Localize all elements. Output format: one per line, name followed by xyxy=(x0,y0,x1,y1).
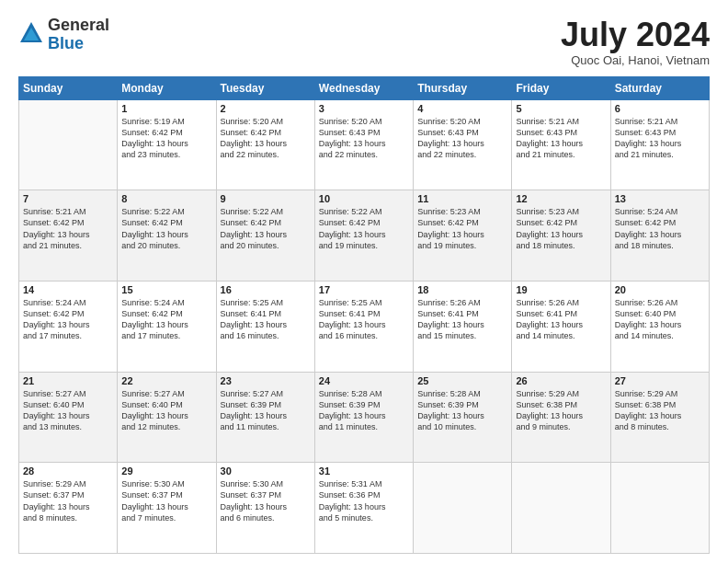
day-info: Sunrise: 5:29 AMSunset: 6:37 PMDaylight:… xyxy=(23,478,113,523)
day-info: Sunrise: 5:26 AMSunset: 6:40 PMDaylight:… xyxy=(615,297,705,342)
day-info: Sunrise: 5:30 AMSunset: 6:37 PMDaylight:… xyxy=(221,478,311,523)
day-number: 24 xyxy=(319,375,409,386)
page: General Blue July 2024 Quoc Oai, Hanoi, … xyxy=(0,0,728,563)
table-row: 13Sunrise: 5:24 AMSunset: 6:42 PMDayligh… xyxy=(610,190,709,282)
col-saturday: Saturday xyxy=(610,76,709,99)
col-tuesday: Tuesday xyxy=(216,76,314,99)
col-sunday: Sunday xyxy=(19,76,118,99)
day-info: Sunrise: 5:26 AMSunset: 6:41 PMDaylight:… xyxy=(516,297,606,342)
table-row: 10Sunrise: 5:22 AMSunset: 6:42 PMDayligh… xyxy=(314,190,413,282)
day-number: 4 xyxy=(417,103,507,114)
calendar-table: Sunday Monday Tuesday Wednesday Thursday… xyxy=(18,76,710,554)
table-row: 19Sunrise: 5:26 AMSunset: 6:41 PMDayligh… xyxy=(512,281,610,372)
calendar-row: 7Sunrise: 5:21 AMSunset: 6:42 PMDaylight… xyxy=(19,190,710,282)
day-info: Sunrise: 5:27 AMSunset: 6:39 PMDaylight:… xyxy=(221,388,311,433)
day-info: Sunrise: 5:25 AMSunset: 6:41 PMDaylight:… xyxy=(221,297,311,342)
table-row: 12Sunrise: 5:23 AMSunset: 6:42 PMDayligh… xyxy=(512,190,610,282)
calendar-row: 21Sunrise: 5:27 AMSunset: 6:40 PMDayligh… xyxy=(19,372,710,463)
day-info: Sunrise: 5:30 AMSunset: 6:37 PMDaylight:… xyxy=(121,478,211,523)
table-row xyxy=(19,99,118,190)
col-thursday: Thursday xyxy=(414,76,512,99)
day-info: Sunrise: 5:20 AMSunset: 6:42 PMDaylight:… xyxy=(221,116,311,161)
day-number: 18 xyxy=(417,284,507,295)
day-number: 26 xyxy=(516,375,606,386)
day-info: Sunrise: 5:26 AMSunset: 6:41 PMDaylight:… xyxy=(417,297,507,342)
day-info: Sunrise: 5:27 AMSunset: 6:40 PMDaylight:… xyxy=(121,388,211,433)
table-row: 3Sunrise: 5:20 AMSunset: 6:43 PMDaylight… xyxy=(314,99,413,190)
day-number: 20 xyxy=(615,284,705,295)
table-row: 27Sunrise: 5:29 AMSunset: 6:38 PMDayligh… xyxy=(610,372,709,463)
table-row: 6Sunrise: 5:21 AMSunset: 6:43 PMDaylight… xyxy=(610,99,709,190)
day-number: 14 xyxy=(23,284,113,295)
day-number: 13 xyxy=(615,193,705,204)
day-info: Sunrise: 5:21 AMSunset: 6:42 PMDaylight:… xyxy=(23,206,113,251)
table-row: 24Sunrise: 5:28 AMSunset: 6:39 PMDayligh… xyxy=(314,372,413,463)
table-row xyxy=(414,463,512,554)
day-info: Sunrise: 5:19 AMSunset: 6:42 PMDaylight:… xyxy=(121,116,211,161)
table-row: 31Sunrise: 5:31 AMSunset: 6:36 PMDayligh… xyxy=(314,463,413,554)
logo-icon xyxy=(18,20,44,46)
day-info: Sunrise: 5:29 AMSunset: 6:38 PMDaylight:… xyxy=(615,388,705,433)
day-number: 29 xyxy=(121,465,211,477)
day-number: 10 xyxy=(319,193,409,204)
day-info: Sunrise: 5:20 AMSunset: 6:43 PMDaylight:… xyxy=(319,116,409,161)
day-number: 17 xyxy=(319,284,409,295)
table-row: 9Sunrise: 5:22 AMSunset: 6:42 PMDaylight… xyxy=(216,190,314,282)
logo-blue-label: Blue xyxy=(48,35,109,53)
table-row: 4Sunrise: 5:20 AMSunset: 6:43 PMDaylight… xyxy=(414,99,512,190)
month-title: July 2024 xyxy=(561,17,710,53)
table-row: 30Sunrise: 5:30 AMSunset: 6:37 PMDayligh… xyxy=(216,463,314,554)
table-row: 25Sunrise: 5:28 AMSunset: 6:39 PMDayligh… xyxy=(414,372,512,463)
location-subtitle: Quoc Oai, Hanoi, Vietnam xyxy=(561,53,710,67)
table-row: 5Sunrise: 5:21 AMSunset: 6:43 PMDaylight… xyxy=(512,99,610,190)
day-info: Sunrise: 5:21 AMSunset: 6:43 PMDaylight:… xyxy=(615,116,705,161)
logo-text: General Blue xyxy=(48,17,109,53)
table-row: 1Sunrise: 5:19 AMSunset: 6:42 PMDaylight… xyxy=(118,99,216,190)
col-wednesday: Wednesday xyxy=(314,76,413,99)
table-row xyxy=(610,463,709,554)
day-number: 22 xyxy=(121,375,211,386)
day-number: 21 xyxy=(23,375,113,386)
day-info: Sunrise: 5:24 AMSunset: 6:42 PMDaylight:… xyxy=(121,297,211,342)
day-number: 3 xyxy=(319,103,409,114)
table-row: 7Sunrise: 5:21 AMSunset: 6:42 PMDaylight… xyxy=(19,190,118,282)
day-info: Sunrise: 5:27 AMSunset: 6:40 PMDaylight:… xyxy=(23,388,113,433)
day-number: 5 xyxy=(516,103,606,114)
day-info: Sunrise: 5:22 AMSunset: 6:42 PMDaylight:… xyxy=(319,206,409,251)
table-row: 17Sunrise: 5:25 AMSunset: 6:41 PMDayligh… xyxy=(314,281,413,372)
calendar-row: 14Sunrise: 5:24 AMSunset: 6:42 PMDayligh… xyxy=(19,281,710,372)
table-row: 11Sunrise: 5:23 AMSunset: 6:42 PMDayligh… xyxy=(414,190,512,282)
table-row: 29Sunrise: 5:30 AMSunset: 6:37 PMDayligh… xyxy=(118,463,216,554)
table-row: 28Sunrise: 5:29 AMSunset: 6:37 PMDayligh… xyxy=(19,463,118,554)
day-number: 8 xyxy=(121,193,211,204)
day-info: Sunrise: 5:28 AMSunset: 6:39 PMDaylight:… xyxy=(417,388,507,433)
day-number: 27 xyxy=(615,375,705,386)
day-info: Sunrise: 5:29 AMSunset: 6:38 PMDaylight:… xyxy=(516,388,606,433)
day-info: Sunrise: 5:28 AMSunset: 6:39 PMDaylight:… xyxy=(319,388,409,433)
col-monday: Monday xyxy=(118,76,216,99)
table-row: 26Sunrise: 5:29 AMSunset: 6:38 PMDayligh… xyxy=(512,372,610,463)
day-number: 16 xyxy=(221,284,311,295)
day-info: Sunrise: 5:22 AMSunset: 6:42 PMDaylight:… xyxy=(221,206,311,251)
table-row: 8Sunrise: 5:22 AMSunset: 6:42 PMDaylight… xyxy=(118,190,216,282)
header-row: Sunday Monday Tuesday Wednesday Thursday… xyxy=(19,76,710,99)
calendar-row: 28Sunrise: 5:29 AMSunset: 6:37 PMDayligh… xyxy=(19,463,710,554)
day-number: 2 xyxy=(221,103,311,114)
header: General Blue July 2024 Quoc Oai, Hanoi, … xyxy=(18,17,710,67)
day-number: 23 xyxy=(221,375,311,386)
calendar-row: 1Sunrise: 5:19 AMSunset: 6:42 PMDaylight… xyxy=(19,99,710,190)
day-info: Sunrise: 5:23 AMSunset: 6:42 PMDaylight:… xyxy=(417,206,507,251)
title-block: July 2024 Quoc Oai, Hanoi, Vietnam xyxy=(561,17,710,67)
table-row: 16Sunrise: 5:25 AMSunset: 6:41 PMDayligh… xyxy=(216,281,314,372)
day-info: Sunrise: 5:21 AMSunset: 6:43 PMDaylight:… xyxy=(516,116,606,161)
day-info: Sunrise: 5:23 AMSunset: 6:42 PMDaylight:… xyxy=(516,206,606,251)
table-row: 2Sunrise: 5:20 AMSunset: 6:42 PMDaylight… xyxy=(216,99,314,190)
day-number: 28 xyxy=(23,465,113,477)
table-row: 21Sunrise: 5:27 AMSunset: 6:40 PMDayligh… xyxy=(19,372,118,463)
table-row: 15Sunrise: 5:24 AMSunset: 6:42 PMDayligh… xyxy=(118,281,216,372)
table-row: 23Sunrise: 5:27 AMSunset: 6:39 PMDayligh… xyxy=(216,372,314,463)
day-info: Sunrise: 5:24 AMSunset: 6:42 PMDaylight:… xyxy=(615,206,705,251)
col-friday: Friday xyxy=(512,76,610,99)
day-info: Sunrise: 5:31 AMSunset: 6:36 PMDaylight:… xyxy=(319,478,409,523)
day-info: Sunrise: 5:20 AMSunset: 6:43 PMDaylight:… xyxy=(417,116,507,161)
